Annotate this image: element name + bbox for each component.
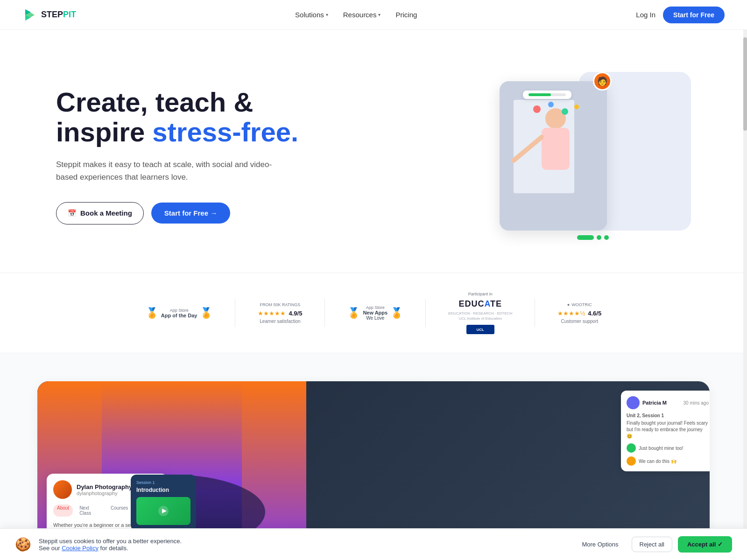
profile-handle: dylanphotography xyxy=(77,490,132,496)
hero-avatar-badge: 🧑 xyxy=(593,72,612,91)
session-title: Introduction xyxy=(136,487,190,493)
dot-2[interactable] xyxy=(597,235,601,240)
nav-resources[interactable]: Resources ▾ xyxy=(343,11,381,19)
calendar-icon: 📅 xyxy=(68,209,77,217)
chat-session-label: Unit 2, Session 1 xyxy=(627,413,709,418)
book-meeting-button[interactable]: 📅 Book a Meeting xyxy=(56,202,144,224)
laurel-right-icon: 🏅 xyxy=(390,307,403,319)
cookie-icon: 🍪 xyxy=(15,537,31,552)
start-free-hero-button[interactable]: Start for Free → xyxy=(151,203,230,224)
award-source: FROM 50K RATINGS xyxy=(260,302,301,307)
award-source: App Store xyxy=(161,308,197,313)
hero-subtitle: Steppit makes it easy to teach at scale,… xyxy=(56,158,280,183)
award-wootric: ● WOOTRIC ★★★★½ 4.6/5 Customer support xyxy=(557,302,601,324)
chat-username: Patricia M xyxy=(642,400,667,406)
award-label: Customer support xyxy=(561,319,598,324)
cookie-text: Steppit uses cookies to offer you a bett… xyxy=(39,538,182,552)
profile-name: Dylan Photography xyxy=(77,483,132,490)
awards-bar: 🏅 App Store App of the Day 🏅 FROM 50K RA… xyxy=(0,273,747,353)
session-thumbnail xyxy=(136,497,190,525)
chat-time: 30 mins ago xyxy=(684,400,709,406)
session-label: Session 1 xyxy=(136,480,190,485)
hero-content: Create, teach & inspire stress-free. Ste… xyxy=(56,87,298,224)
hero-phone-card xyxy=(500,81,607,231)
more-options-button[interactable]: More Options xyxy=(574,537,626,552)
award-learner-satisfaction: FROM 50K RATINGS ★★★★★ 4.9/5 Learner sat… xyxy=(258,302,302,324)
nav-solutions[interactable]: Solutions ▾ xyxy=(295,11,328,19)
cookie-banner: 🍪 Steppit uses cookies to offer you a be… xyxy=(0,528,747,560)
chat-avatar xyxy=(627,396,640,409)
award-title: App of the Day xyxy=(161,313,197,318)
award-prefix: Participant in xyxy=(468,292,493,296)
educate-logo: EDUCATE xyxy=(458,299,502,309)
svg-point-8 xyxy=(533,105,541,113)
laurel-right-icon: 🏅 xyxy=(200,307,212,319)
progress-overlay xyxy=(523,91,571,99)
svg-point-10 xyxy=(562,108,568,115)
reply1-text: Just bought mine too! xyxy=(639,446,684,451)
chevron-down-icon: ▾ xyxy=(326,12,328,17)
award-app-of-day: 🏅 App Store App of the Day 🏅 xyxy=(146,307,213,319)
hero-phone-image xyxy=(500,81,607,231)
award-source: App Store xyxy=(363,305,388,310)
profile-tag-about[interactable]: About xyxy=(53,504,73,517)
reply1-avatar xyxy=(627,443,636,453)
hero-headline: Create, teach & inspire stress-free. xyxy=(56,87,298,147)
scrollbar-thumb[interactable] xyxy=(743,37,747,131)
svg-rect-6 xyxy=(542,128,570,170)
award-educate: Participant in EDUCATE EDUCATION · RESEA… xyxy=(448,292,512,334)
hero-illustration: 🧑 xyxy=(495,67,691,245)
educate-sub: EDUCATION · RESEARCH · EDTECHUCL Institu… xyxy=(448,311,512,321)
nav-next-class[interactable]: Next Class xyxy=(76,504,104,517)
award-new-apps: 🏅 App Store New Apps We Love 🏅 xyxy=(347,305,403,321)
reject-all-button[interactable]: Reject all xyxy=(632,537,672,552)
ucl-badge: UCL xyxy=(466,325,494,334)
divider xyxy=(324,299,325,327)
award-title-new-apps: New Apps xyxy=(363,310,388,315)
nav-links: Solutions ▾ Resources ▾ Pricing xyxy=(295,11,417,19)
divider xyxy=(235,299,235,327)
navbar: STEPPIT Solutions ▾ Resources ▾ Pricing … xyxy=(0,0,747,30)
accept-all-button[interactable]: Accept all ✓ xyxy=(678,536,732,553)
wootric-source: ● WOOTRIC xyxy=(567,302,592,307)
hero-cta-group: 📅 Book a Meeting Start for Free → xyxy=(56,202,298,224)
chat-message: Finally bought your journal! Feels scary… xyxy=(627,420,709,440)
nav-actions: Log In Start for Free xyxy=(636,7,725,23)
scrollbar[interactable] xyxy=(743,0,747,560)
divider xyxy=(425,299,426,327)
award-label: Learner satisfaction xyxy=(260,319,300,324)
start-free-nav-button[interactable]: Start for Free xyxy=(663,7,725,23)
hero-section: Create, teach & inspire stress-free. Ste… xyxy=(0,30,747,273)
laurel-left-icon: 🏅 xyxy=(347,307,360,319)
stars-icon: ★★★★★ xyxy=(258,310,286,317)
nav-courses[interactable]: Courses xyxy=(107,504,132,517)
logo[interactable]: STEPPIT xyxy=(22,7,76,22)
cookie-policy-link[interactable]: Cookie Policy xyxy=(62,545,99,552)
rating-value: 4.6/5 xyxy=(588,310,601,317)
nav-pricing[interactable]: Pricing xyxy=(395,11,417,19)
chevron-down-icon: ▾ xyxy=(378,12,381,17)
cookie-actions: More Options Reject all Accept all ✓ xyxy=(574,536,732,553)
stars-icon: ★★★★½ xyxy=(557,310,585,317)
slide-indicators xyxy=(577,235,609,240)
dot-3[interactable] xyxy=(604,235,609,240)
rating-value: 4.9/5 xyxy=(289,310,302,317)
login-button[interactable]: Log In xyxy=(636,11,655,19)
reply2-avatar xyxy=(627,456,636,466)
svg-point-11 xyxy=(574,105,579,109)
dot-1[interactable] xyxy=(577,235,594,240)
chat-overlay: Patricia M 30 mins ago Unit 2, Session 1… xyxy=(621,391,710,471)
session-card: Session 1 Introduction xyxy=(131,475,196,531)
award-sub-new-apps: We Love xyxy=(363,315,388,321)
laurel-left-icon: 🏅 xyxy=(146,307,158,319)
divider xyxy=(535,299,535,327)
cookie-content: 🍪 Steppit uses cookies to offer you a be… xyxy=(15,537,182,552)
reply2-text: We can do this 🙌 xyxy=(639,459,677,464)
svg-point-9 xyxy=(548,102,554,107)
profile-avatar xyxy=(53,480,72,499)
wootric-icon: ● xyxy=(567,302,570,307)
brand-name: STEPPIT xyxy=(41,10,76,20)
